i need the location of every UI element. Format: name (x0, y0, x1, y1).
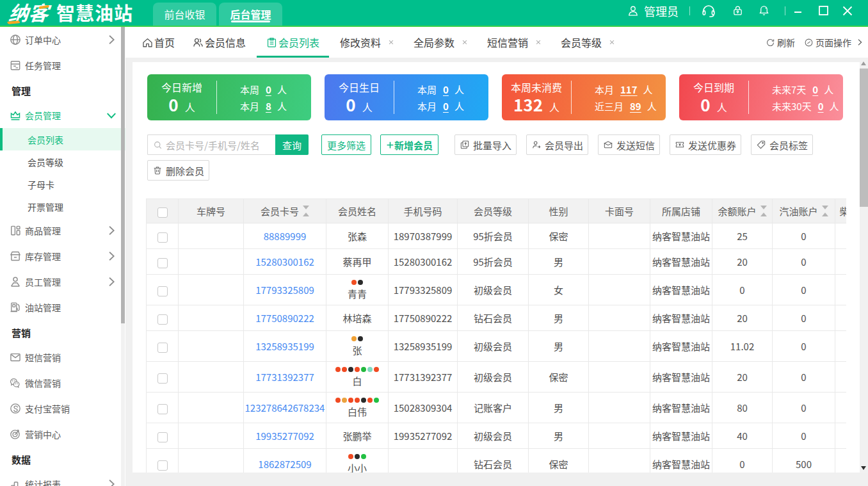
delete-member-button[interactable]: 删除会员 (147, 160, 209, 181)
card-no-link[interactable]: 123278642678234 (245, 401, 325, 414)
column-header[interactable]: 会员姓名 (326, 199, 389, 223)
window-maximize-button[interactable] (819, 6, 828, 15)
sidebar-item[interactable]: 子母卡 (0, 173, 125, 195)
sidebar-item[interactable]: 营销中心 (0, 421, 125, 447)
row-checkbox[interactable] (157, 404, 168, 414)
toolbar-button[interactable]: 批量导入 (454, 134, 517, 155)
row-checkbox[interactable] (157, 258, 168, 268)
card-no-link[interactable]: 1862872509 (258, 457, 311, 471)
search-button[interactable]: 查询 (275, 134, 309, 155)
scroll-up-arrow[interactable] (861, 61, 866, 65)
column-header[interactable]: 性别 (529, 199, 589, 223)
toolbar-button[interactable]: 会员导出 (526, 134, 588, 155)
card-no-link[interactable]: 17731392377 (255, 370, 314, 384)
more-filter-button[interactable]: 更多筛选 (321, 134, 371, 155)
tab-close-icon[interactable] (388, 39, 394, 45)
page-tab[interactable]: 首页 (133, 27, 184, 58)
tabstrip-chevron-icon[interactable] (855, 38, 864, 47)
column-header[interactable]: 柴油账户 (835, 199, 847, 223)
sidebar-item[interactable]: 任务管理 (0, 53, 125, 78)
stat-card-sublink[interactable]: 117 (620, 83, 638, 96)
tab-close-icon[interactable] (462, 39, 468, 45)
stat-card-sublink[interactable]: 89 (630, 99, 641, 113)
sidebar-item[interactable]: 商品管理 (0, 218, 125, 243)
page-ops-button[interactable]: 页面操作 (804, 36, 851, 49)
scrollbar-thumb[interactable] (860, 69, 868, 207)
toolbar-button[interactable]: 会员标签 (751, 134, 813, 155)
member-name: 张鹏举 (326, 429, 388, 442)
toolbar-button[interactable]: 发送优惠券 (670, 134, 741, 155)
column-header[interactable]: 手机号码 (389, 199, 458, 223)
support-icon[interactable] (701, 3, 716, 19)
tab-close-icon[interactable] (535, 39, 542, 45)
page-tab[interactable]: 会员等级 (552, 27, 625, 58)
page-tab[interactable]: 短信营销 (478, 27, 552, 58)
row-checkbox[interactable] (157, 286, 168, 296)
column-header[interactable]: 所属店铺 (650, 199, 712, 223)
row-checkbox[interactable] (157, 343, 168, 353)
sidebar-item[interactable]: 会员管理 (0, 102, 125, 128)
lock-icon[interactable] (732, 4, 744, 17)
sort-icon[interactable] (303, 206, 309, 216)
row-checkbox[interactable] (157, 314, 168, 325)
stat-card-sublink[interactable]: 0 (818, 99, 824, 113)
column-header[interactable]: 汽油账户 (773, 199, 835, 223)
card-no-link[interactable]: 17793325809 (255, 283, 314, 296)
card-no-link[interactable]: 13258935199 (255, 339, 314, 353)
sort-icon[interactable] (822, 206, 828, 216)
sidebar-item[interactable]: 短信营销 (0, 344, 125, 370)
sidebar-item[interactable]: 会员等级 (0, 150, 125, 173)
level-cell: 记账客户 (458, 393, 529, 423)
top-nav-tab[interactable]: 后台管理 (219, 3, 282, 26)
card-no-link[interactable]: 88889999 (264, 229, 307, 243)
sidebar-item[interactable]: 油站管理 (0, 295, 125, 320)
stat-card-sublink[interactable]: 0 (443, 83, 449, 96)
sidebar-item[interactable]: 统计报表 (0, 471, 125, 486)
row-checkbox[interactable] (157, 232, 168, 243)
stat-card-sublink[interactable]: 0 (812, 83, 818, 96)
sidebar-item[interactable]: 员工管理 (0, 269, 125, 295)
card-no-link[interactable]: 19935277092 (255, 429, 314, 442)
add-member-button[interactable]: 新增会员 (380, 134, 438, 155)
stat-card-sublink[interactable]: 8 (266, 99, 271, 113)
content-scrollbar[interactable] (860, 58, 868, 473)
stat-card-sublink[interactable]: 0 (443, 99, 449, 113)
sidebar-item[interactable]: 微信营销 (0, 370, 125, 396)
user-area[interactable]: 管理员 (627, 3, 679, 19)
tab-close-icon[interactable] (609, 39, 615, 45)
sidebar-item[interactable]: 支付宝营销 (0, 396, 125, 421)
sidebar-scrollbar-thumb[interactable] (121, 27, 125, 323)
window-close-button[interactable] (842, 6, 853, 16)
page-tab[interactable]: 会员列表 (255, 27, 331, 58)
toolbar-button[interactable]: 发送短信 (598, 134, 660, 155)
diesel-cell (835, 305, 847, 331)
column-header[interactable]: 会员卡号 (244, 199, 326, 223)
logo-product: 智慧油站 (56, 0, 133, 26)
card-no-link[interactable]: 15280300162 (255, 255, 314, 268)
column-header[interactable]: 车牌号 (179, 199, 244, 223)
column-header[interactable]: 卡面号 (589, 199, 650, 223)
row-checkbox[interactable] (157, 460, 168, 471)
select-all-checkbox[interactable] (157, 207, 168, 218)
page-tab[interactable]: 修改资料 (331, 27, 405, 58)
chevron-right-icon (105, 33, 118, 46)
sidebar-item[interactable]: 会员列表 (0, 128, 125, 150)
sort-icon[interactable] (760, 206, 767, 216)
row-checkbox[interactable] (157, 373, 168, 384)
sidebar-item[interactable]: 开票管理 (0, 195, 125, 218)
page-tab[interactable]: 会员信息 (184, 27, 255, 58)
card-no-link[interactable]: 17750890222 (255, 311, 314, 325)
sidebar-item[interactable]: 订单中心 (0, 27, 125, 53)
column-header[interactable]: 会员等级 (458, 199, 529, 223)
stat-card-sublink[interactable]: 0 (266, 83, 271, 96)
window-minimize-button[interactable] (794, 6, 802, 16)
search-input[interactable]: 会员卡号/手机号/姓名 (147, 134, 275, 155)
notification-icon[interactable] (758, 4, 770, 17)
page-tab[interactable]: 全局参数 (405, 27, 478, 58)
column-header[interactable]: 余额账户 (712, 199, 773, 223)
row-checkbox[interactable] (157, 432, 168, 442)
refresh-button[interactable]: 刷新 (766, 36, 795, 49)
scroll-down-arrow[interactable] (861, 466, 866, 470)
sidebar-item[interactable]: 库存管理 (0, 243, 125, 269)
top-nav-tab[interactable]: 前台收银 (153, 3, 216, 26)
